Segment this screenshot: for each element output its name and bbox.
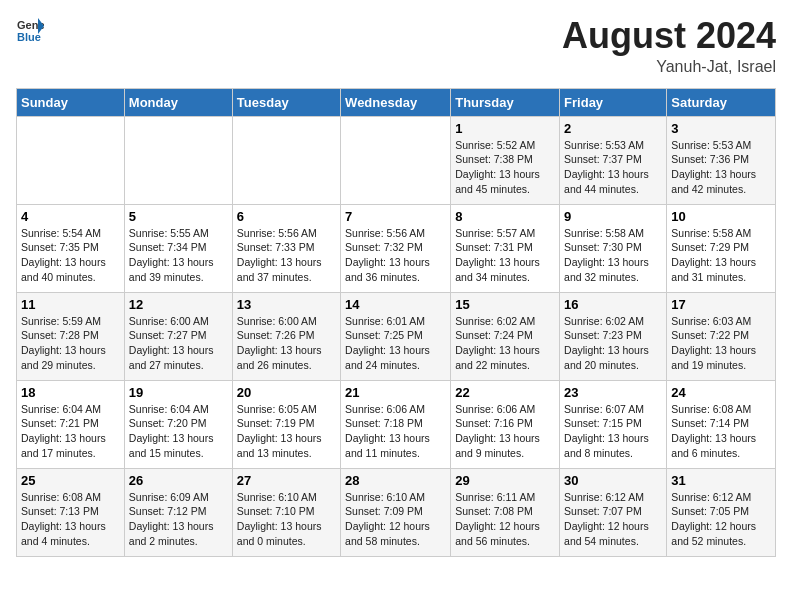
day-number: 22 xyxy=(455,385,555,400)
calendar-cell: 5Sunrise: 5:55 AM Sunset: 7:34 PM Daylig… xyxy=(124,204,232,292)
day-content: Sunrise: 6:02 AM Sunset: 7:24 PM Dayligh… xyxy=(455,314,555,373)
day-content: Sunrise: 6:04 AM Sunset: 7:20 PM Dayligh… xyxy=(129,402,228,461)
day-number: 14 xyxy=(345,297,446,312)
day-number: 23 xyxy=(564,385,662,400)
calendar-cell: 31Sunrise: 6:12 AM Sunset: 7:05 PM Dayli… xyxy=(667,468,776,556)
calendar-table: Sunday Monday Tuesday Wednesday Thursday… xyxy=(16,88,776,557)
day-number: 3 xyxy=(671,121,771,136)
day-content: Sunrise: 5:54 AM Sunset: 7:35 PM Dayligh… xyxy=(21,226,120,285)
day-content: Sunrise: 5:58 AM Sunset: 7:30 PM Dayligh… xyxy=(564,226,662,285)
calendar-week-2: 4Sunrise: 5:54 AM Sunset: 7:35 PM Daylig… xyxy=(17,204,776,292)
day-number: 19 xyxy=(129,385,228,400)
day-number: 7 xyxy=(345,209,446,224)
calendar-cell: 10Sunrise: 5:58 AM Sunset: 7:29 PM Dayli… xyxy=(667,204,776,292)
day-content: Sunrise: 5:56 AM Sunset: 7:32 PM Dayligh… xyxy=(345,226,446,285)
calendar-cell: 22Sunrise: 6:06 AM Sunset: 7:16 PM Dayli… xyxy=(451,380,560,468)
day-content: Sunrise: 5:59 AM Sunset: 7:28 PM Dayligh… xyxy=(21,314,120,373)
day-content: Sunrise: 6:07 AM Sunset: 7:15 PM Dayligh… xyxy=(564,402,662,461)
calendar-cell: 23Sunrise: 6:07 AM Sunset: 7:15 PM Dayli… xyxy=(560,380,667,468)
day-number: 20 xyxy=(237,385,336,400)
calendar-cell: 13Sunrise: 6:00 AM Sunset: 7:26 PM Dayli… xyxy=(232,292,340,380)
day-content: Sunrise: 6:08 AM Sunset: 7:13 PM Dayligh… xyxy=(21,490,120,549)
day-number: 17 xyxy=(671,297,771,312)
day-number: 13 xyxy=(237,297,336,312)
day-number: 1 xyxy=(455,121,555,136)
calendar-cell: 24Sunrise: 6:08 AM Sunset: 7:14 PM Dayli… xyxy=(667,380,776,468)
day-content: Sunrise: 6:03 AM Sunset: 7:22 PM Dayligh… xyxy=(671,314,771,373)
day-number: 2 xyxy=(564,121,662,136)
calendar-cell: 20Sunrise: 6:05 AM Sunset: 7:19 PM Dayli… xyxy=(232,380,340,468)
calendar-cell: 12Sunrise: 6:00 AM Sunset: 7:27 PM Dayli… xyxy=(124,292,232,380)
day-content: Sunrise: 6:00 AM Sunset: 7:27 PM Dayligh… xyxy=(129,314,228,373)
col-monday: Monday xyxy=(124,88,232,116)
calendar-cell: 2Sunrise: 5:53 AM Sunset: 7:37 PM Daylig… xyxy=(560,116,667,204)
day-content: Sunrise: 6:10 AM Sunset: 7:09 PM Dayligh… xyxy=(345,490,446,549)
svg-text:Blue: Blue xyxy=(17,31,41,43)
calendar-week-3: 11Sunrise: 5:59 AM Sunset: 7:28 PM Dayli… xyxy=(17,292,776,380)
day-content: Sunrise: 5:57 AM Sunset: 7:31 PM Dayligh… xyxy=(455,226,555,285)
calendar-cell: 1Sunrise: 5:52 AM Sunset: 7:38 PM Daylig… xyxy=(451,116,560,204)
col-sunday: Sunday xyxy=(17,88,125,116)
calendar-week-5: 25Sunrise: 6:08 AM Sunset: 7:13 PM Dayli… xyxy=(17,468,776,556)
day-number: 11 xyxy=(21,297,120,312)
calendar-cell: 15Sunrise: 6:02 AM Sunset: 7:24 PM Dayli… xyxy=(451,292,560,380)
col-wednesday: Wednesday xyxy=(341,88,451,116)
calendar-title: August 2024 xyxy=(562,16,776,56)
calendar-cell: 19Sunrise: 6:04 AM Sunset: 7:20 PM Dayli… xyxy=(124,380,232,468)
calendar-cell: 16Sunrise: 6:02 AM Sunset: 7:23 PM Dayli… xyxy=(560,292,667,380)
logo: General Blue xyxy=(16,16,44,44)
calendar-cell: 26Sunrise: 6:09 AM Sunset: 7:12 PM Dayli… xyxy=(124,468,232,556)
calendar-location: Yanuh-Jat, Israel xyxy=(562,58,776,76)
day-number: 9 xyxy=(564,209,662,224)
day-number: 27 xyxy=(237,473,336,488)
day-content: Sunrise: 6:12 AM Sunset: 7:05 PM Dayligh… xyxy=(671,490,771,549)
calendar-cell: 4Sunrise: 5:54 AM Sunset: 7:35 PM Daylig… xyxy=(17,204,125,292)
calendar-cell: 25Sunrise: 6:08 AM Sunset: 7:13 PM Dayli… xyxy=(17,468,125,556)
calendar-cell: 28Sunrise: 6:10 AM Sunset: 7:09 PM Dayli… xyxy=(341,468,451,556)
calendar-cell: 29Sunrise: 6:11 AM Sunset: 7:08 PM Dayli… xyxy=(451,468,560,556)
day-content: Sunrise: 5:53 AM Sunset: 7:37 PM Dayligh… xyxy=(564,138,662,197)
calendar-cell: 9Sunrise: 5:58 AM Sunset: 7:30 PM Daylig… xyxy=(560,204,667,292)
day-number: 10 xyxy=(671,209,771,224)
day-content: Sunrise: 5:55 AM Sunset: 7:34 PM Dayligh… xyxy=(129,226,228,285)
day-content: Sunrise: 6:12 AM Sunset: 7:07 PM Dayligh… xyxy=(564,490,662,549)
day-number: 8 xyxy=(455,209,555,224)
day-number: 28 xyxy=(345,473,446,488)
calendar-cell: 27Sunrise: 6:10 AM Sunset: 7:10 PM Dayli… xyxy=(232,468,340,556)
day-content: Sunrise: 5:56 AM Sunset: 7:33 PM Dayligh… xyxy=(237,226,336,285)
page-header: General Blue August 2024 Yanuh-Jat, Isra… xyxy=(16,16,776,76)
day-number: 16 xyxy=(564,297,662,312)
day-content: Sunrise: 5:58 AM Sunset: 7:29 PM Dayligh… xyxy=(671,226,771,285)
calendar-cell xyxy=(341,116,451,204)
calendar-cell xyxy=(232,116,340,204)
day-number: 15 xyxy=(455,297,555,312)
calendar-cell xyxy=(124,116,232,204)
day-content: Sunrise: 6:02 AM Sunset: 7:23 PM Dayligh… xyxy=(564,314,662,373)
calendar-cell: 30Sunrise: 6:12 AM Sunset: 7:07 PM Dayli… xyxy=(560,468,667,556)
calendar-cell xyxy=(17,116,125,204)
title-block: August 2024 Yanuh-Jat, Israel xyxy=(562,16,776,76)
day-content: Sunrise: 6:05 AM Sunset: 7:19 PM Dayligh… xyxy=(237,402,336,461)
day-number: 30 xyxy=(564,473,662,488)
calendar-cell: 18Sunrise: 6:04 AM Sunset: 7:21 PM Dayli… xyxy=(17,380,125,468)
day-content: Sunrise: 6:06 AM Sunset: 7:18 PM Dayligh… xyxy=(345,402,446,461)
logo-icon: General Blue xyxy=(16,16,44,44)
col-friday: Friday xyxy=(560,88,667,116)
day-content: Sunrise: 5:53 AM Sunset: 7:36 PM Dayligh… xyxy=(671,138,771,197)
day-number: 24 xyxy=(671,385,771,400)
calendar-cell: 11Sunrise: 5:59 AM Sunset: 7:28 PM Dayli… xyxy=(17,292,125,380)
header-row: Sunday Monday Tuesday Wednesday Thursday… xyxy=(17,88,776,116)
day-content: Sunrise: 6:08 AM Sunset: 7:14 PM Dayligh… xyxy=(671,402,771,461)
day-content: Sunrise: 6:10 AM Sunset: 7:10 PM Dayligh… xyxy=(237,490,336,549)
day-number: 25 xyxy=(21,473,120,488)
col-saturday: Saturday xyxy=(667,88,776,116)
calendar-cell: 14Sunrise: 6:01 AM Sunset: 7:25 PM Dayli… xyxy=(341,292,451,380)
day-number: 18 xyxy=(21,385,120,400)
day-content: Sunrise: 6:11 AM Sunset: 7:08 PM Dayligh… xyxy=(455,490,555,549)
day-content: Sunrise: 6:01 AM Sunset: 7:25 PM Dayligh… xyxy=(345,314,446,373)
calendar-cell: 6Sunrise: 5:56 AM Sunset: 7:33 PM Daylig… xyxy=(232,204,340,292)
day-number: 5 xyxy=(129,209,228,224)
calendar-cell: 17Sunrise: 6:03 AM Sunset: 7:22 PM Dayli… xyxy=(667,292,776,380)
day-number: 26 xyxy=(129,473,228,488)
day-number: 6 xyxy=(237,209,336,224)
